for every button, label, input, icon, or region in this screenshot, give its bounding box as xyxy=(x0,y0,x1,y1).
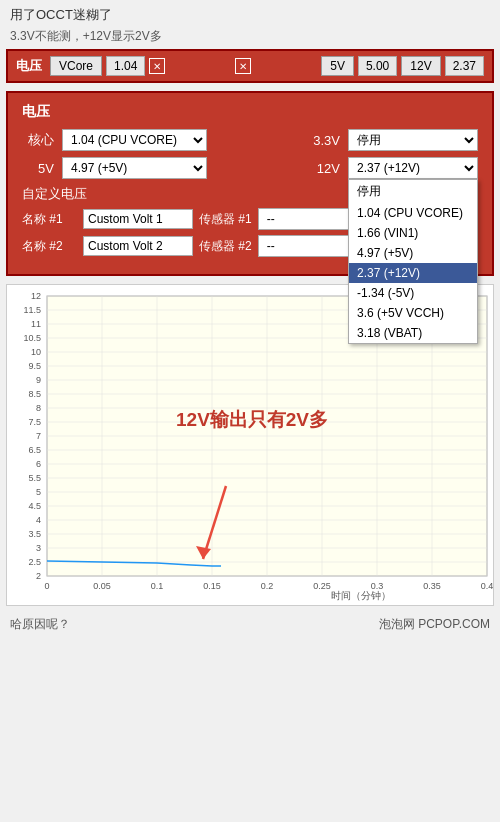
svg-text:7: 7 xyxy=(36,431,41,441)
svg-text:4.5: 4.5 xyxy=(28,501,41,511)
voltage-status-bar: 电压 VCore 1.04 ✕ ✕ 5V 5.00 12V 2.37 xyxy=(6,49,494,83)
svg-text:12V输出只有2V多: 12V输出只有2V多 xyxy=(176,409,328,430)
v5-select[interactable]: 4.97 (+5V) xyxy=(62,157,207,179)
bottom-left-text: 哈原因呢？ xyxy=(10,616,70,633)
v5-bar-value: 5.00 xyxy=(358,56,397,76)
dd-item-2[interactable]: 1.66 (VIN1) xyxy=(349,223,477,243)
svg-text:6: 6 xyxy=(36,459,41,469)
dd-item-6[interactable]: 3.6 (+5V VCCH) xyxy=(349,303,477,323)
svg-text:6.5: 6.5 xyxy=(28,445,41,455)
v12-bar-value: 2.37 xyxy=(445,56,484,76)
panel-title: 电压 xyxy=(22,103,478,121)
v33-select[interactable]: 停用 xyxy=(348,129,478,151)
svg-text:11.5: 11.5 xyxy=(23,305,41,315)
custom2-name-label: 名称 #2 xyxy=(22,238,77,255)
core-label: 核心 xyxy=(22,131,54,149)
svg-text:0.1: 0.1 xyxy=(151,581,164,591)
vcore-close-btn[interactable]: ✕ xyxy=(149,58,165,74)
settings-panel: 电压 核心 1.04 (CPU VCORE) 3.3V 停用 5V 4.97 (… xyxy=(6,91,494,276)
voltage-bar-label: 电压 xyxy=(16,57,42,75)
v5-row: 5V 4.97 (+5V) 12V 2.37 (+12V) 停用 1.04 (C… xyxy=(22,157,478,179)
svg-text:2: 2 xyxy=(36,571,41,581)
v5-label: 5V xyxy=(22,161,54,176)
svg-text:9.5: 9.5 xyxy=(28,361,41,371)
bottom-right-text: 泡泡网 PCPOP.COM xyxy=(379,616,490,633)
v12-dropdown-menu: 停用 1.04 (CPU VCORE) 1.66 (VIN1) 4.97 (+5… xyxy=(348,179,478,344)
svg-text:3: 3 xyxy=(36,543,41,553)
svg-text:0.35: 0.35 xyxy=(423,581,441,591)
v5-bar-label: 5V xyxy=(321,56,354,76)
custom1-sensor-label: 传感器 #1 xyxy=(199,211,252,228)
page-title: 用了OCCT迷糊了 xyxy=(0,0,500,26)
page-subtitle: 3.3V不能测，+12V显示2V多 xyxy=(0,26,500,49)
svg-text:11: 11 xyxy=(31,319,41,329)
custom1-name-label: 名称 #1 xyxy=(22,211,77,228)
svg-text:0.15: 0.15 xyxy=(203,581,221,591)
svg-text:0.25: 0.25 xyxy=(313,581,331,591)
dd-item-7[interactable]: 3.18 (VBAT) xyxy=(349,323,477,343)
svg-text:2.5: 2.5 xyxy=(28,557,41,567)
vcore-chip-value: 1.04 xyxy=(106,56,145,76)
svg-text:12: 12 xyxy=(31,291,41,301)
svg-text:0: 0 xyxy=(44,581,49,591)
svg-text:时间（分钟）: 时间（分钟） xyxy=(331,590,391,601)
svg-text:0.4: 0.4 xyxy=(481,581,494,591)
dd-item-4[interactable]: 2.37 (+12V) xyxy=(349,263,477,283)
svg-text:5.5: 5.5 xyxy=(28,473,41,483)
v33-label: 3.3V xyxy=(308,133,340,148)
dd-item-3[interactable]: 4.97 (+5V) xyxy=(349,243,477,263)
custom2-sensor-label: 传感器 #2 xyxy=(199,238,252,255)
svg-text:0.2: 0.2 xyxy=(261,581,274,591)
svg-text:0.05: 0.05 xyxy=(93,581,111,591)
v12-bar-label: 12V xyxy=(401,56,440,76)
svg-text:8.5: 8.5 xyxy=(28,389,41,399)
svg-text:7.5: 7.5 xyxy=(28,417,41,427)
core-row: 核心 1.04 (CPU VCORE) 3.3V 停用 xyxy=(22,129,478,151)
svg-text:10.5: 10.5 xyxy=(23,333,41,343)
svg-text:5: 5 xyxy=(36,487,41,497)
custom1-name-input[interactable] xyxy=(83,209,193,229)
dd-item-1[interactable]: 1.04 (CPU VCORE) xyxy=(349,203,477,223)
bottom-section: 哈原因呢？ 泡泡网 PCPOP.COM xyxy=(0,612,500,637)
v12-select[interactable]: 2.37 (+12V) xyxy=(348,157,478,179)
svg-text:3.5: 3.5 xyxy=(28,529,41,539)
v12-dropdown-container: 2.37 (+12V) 停用 1.04 (CPU VCORE) 1.66 (VI… xyxy=(348,157,478,179)
extra-close-btn[interactable]: ✕ xyxy=(235,58,251,74)
custom2-name-input[interactable] xyxy=(83,236,193,256)
svg-text:8: 8 xyxy=(36,403,41,413)
core-select[interactable]: 1.04 (CPU VCORE) xyxy=(62,129,207,151)
dd-item-0[interactable]: 停用 xyxy=(349,180,477,203)
svg-text:4: 4 xyxy=(36,515,41,525)
dd-item-5[interactable]: -1.34 (-5V) xyxy=(349,283,477,303)
v12-label: 12V xyxy=(308,161,340,176)
svg-text:10: 10 xyxy=(31,347,41,357)
vcore-chip-label: VCore xyxy=(50,56,102,76)
svg-text:9: 9 xyxy=(36,375,41,385)
